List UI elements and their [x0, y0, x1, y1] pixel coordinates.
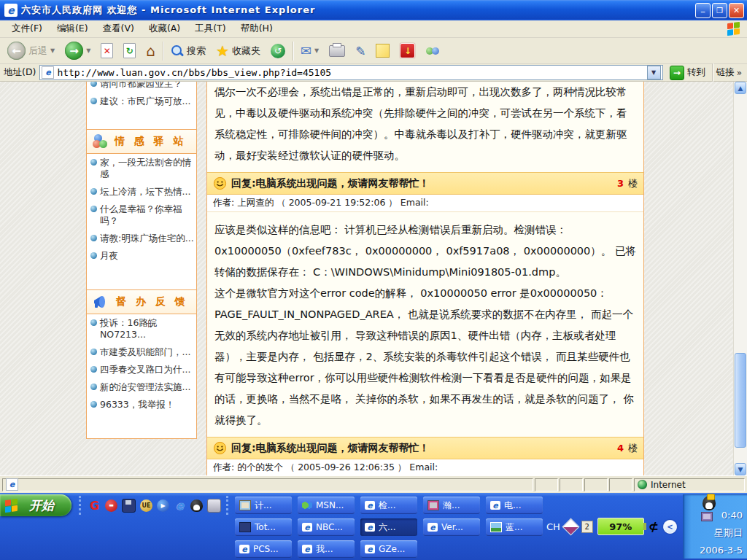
sidebar-link[interactable]: 投诉：16路皖NO7213... [87, 314, 196, 343]
ie-quicklaunch-icon[interactable] [174, 499, 186, 512]
ibm-icon[interactable] [105, 499, 117, 512]
forward-dropdown-icon[interactable]: ▼ [86, 47, 90, 54]
battery-indicator[interactable]: 97% [597, 518, 644, 535]
sidebar-link[interactable]: 什么是幸福？你幸福吗？ [87, 201, 196, 230]
messenger-button[interactable] [422, 43, 444, 59]
ime-language-indicator[interactable]: CH [546, 521, 560, 532]
tray-collapse-button[interactable] [663, 520, 677, 534]
section-title: 情 感 驿 站 [115, 135, 187, 148]
bullet-icon [90, 188, 97, 195]
floor-suffix: 楼 [628, 177, 638, 190]
menu-help[interactable]: 帮助(H) [233, 20, 280, 37]
history-button[interactable] [268, 42, 288, 60]
ime-pen-icon[interactable] [562, 518, 579, 535]
menu-edit[interactable]: 编辑(E) [50, 20, 96, 37]
start-label: 开始 [29, 497, 54, 514]
keyboard-layout-icon[interactable] [581, 521, 593, 533]
system-tray: CH 97% [546, 517, 677, 536]
favorites-button[interactable]: 收藏夹 [213, 41, 263, 61]
task-button[interactable]: Tot... [235, 518, 292, 536]
refresh-button[interactable] [120, 42, 139, 60]
task-button-label: PCS... [253, 544, 279, 554]
menu-favorites[interactable]: 收藏(A) [142, 20, 187, 37]
bullet-icon [90, 235, 97, 241]
mail-button[interactable]: ▼ [298, 42, 322, 60]
ultraedit-icon[interactable] [140, 499, 152, 512]
search-button[interactable]: 搜索 [168, 43, 209, 59]
back-dropdown-icon[interactable]: ▼ [50, 47, 55, 54]
menu-view[interactable]: 查看(V) [96, 20, 142, 37]
scrollbar-thumb[interactable] [735, 353, 746, 448]
task-button[interactable]: 瀚... [423, 497, 480, 514]
sidebar-link-label: 市建委及职能部门，... [100, 346, 190, 358]
qq-icon[interactable] [190, 499, 203, 512]
minimize-button[interactable] [695, 3, 711, 18]
go-button[interactable]: 转到 [667, 65, 708, 81]
task-button[interactable]: 检... [360, 497, 417, 514]
task-button[interactable]: PCS... [235, 540, 292, 558]
history-icon [271, 44, 285, 58]
close-button[interactable] [729, 3, 744, 18]
task-button[interactable]: MSN... [298, 497, 355, 514]
forward-button[interactable]: ▼ [62, 40, 93, 61]
back-button[interactable]: 后退 ▼ [4, 40, 58, 61]
bullet-icon [90, 366, 97, 373]
task-button[interactable]: NBC... [298, 518, 355, 536]
home-button[interactable] [143, 41, 158, 61]
task-button[interactable]: 蓝... [486, 518, 543, 536]
menu-tools[interactable]: 工具(T) [187, 20, 233, 37]
maximize-button[interactable] [712, 3, 727, 18]
address-dropdown-button[interactable] [647, 66, 661, 79]
sidebar-link[interactable]: 建议：市民广场可放... [87, 93, 196, 110]
qq-tray-icon[interactable] [703, 496, 716, 510]
bullet-icon [90, 319, 97, 326]
task-button[interactable]: 我... [298, 540, 355, 558]
section-header-feedback: 督 办 反 馈 [87, 289, 196, 314]
task-button[interactable]: Ver... [423, 518, 480, 536]
task-button[interactable]: GZe... [360, 540, 417, 558]
red-g-icon[interactable] [88, 499, 101, 512]
download-manager-button[interactable] [397, 42, 418, 60]
links-toolbar[interactable]: 链接 » [716, 66, 743, 79]
sidebar-link-label: 投诉：16路皖NO7213... [100, 317, 195, 341]
sidebar-link[interactable]: 市建委及职能部门，... [87, 343, 196, 361]
notes-button[interactable] [373, 42, 392, 59]
sidebar-link[interactable]: 四季春交叉路口为什... [87, 361, 196, 378]
ie-icon [302, 545, 312, 553]
edit-button[interactable] [352, 42, 368, 60]
links-chevron-icon[interactable]: » [737, 68, 742, 78]
reply-title: 回复:电脑系统出现问题，烦请网友帮帮忙！ [231, 177, 613, 190]
sidebar-link[interactable]: 请教:明珠广场住宅的... [87, 230, 196, 247]
task-button-label: NBC... [316, 522, 343, 532]
task-button-label: 检... [379, 499, 395, 512]
media-player-icon[interactable] [157, 499, 169, 512]
task-button[interactable]: 计... [235, 497, 292, 514]
scroll-up-button[interactable] [735, 82, 746, 94]
sidebar-link-label: 请问市都蒙园业主？ [100, 82, 182, 90]
task-button[interactable]: 电... [486, 497, 543, 514]
disk-icon [239, 522, 251, 532]
start-button[interactable]: 开始 [0, 494, 71, 516]
sidebar-link[interactable]: 家，一段无法割舍的情感 [87, 154, 196, 183]
address-input[interactable]: http://www.luan.gov.cn/bbs/bbs_view.php?… [39, 65, 662, 80]
post-paragraph: 应该是类似这样的信息吧： 计算机已经从检测错误后重新启动。检测错误： 0x100… [214, 219, 636, 283]
display-tray-icon[interactable] [701, 512, 713, 521]
menu-file[interactable]: 文件(F) [4, 20, 50, 37]
floppy-icon[interactable] [122, 499, 136, 513]
stop-button[interactable] [98, 42, 116, 60]
sidebar-link[interactable]: 月夜 [87, 247, 196, 265]
bullet-icon [90, 401, 97, 408]
foxmail-icon[interactable] [207, 499, 221, 513]
task-button-active[interactable]: 六... [360, 518, 417, 536]
sidebar-link-label: 新的治安管理法实施... [100, 381, 190, 393]
vertical-scrollbar[interactable] [733, 82, 747, 475]
sidebar-link-label: 坛上冷清，坛下热情... [100, 186, 190, 198]
sidebar-link[interactable]: 96333，我举报！ [87, 396, 196, 413]
sidebar-link[interactable]: 请问市都蒙园业主？ [87, 82, 196, 93]
sidebar-link[interactable]: 新的治安管理法实施... [87, 378, 196, 396]
scroll-down-button[interactable] [735, 463, 746, 475]
mail-dropdown-icon[interactable]: ▼ [314, 47, 319, 54]
sidebar-link[interactable]: 坛上冷清，坛下热情... [87, 183, 196, 201]
print-button[interactable] [326, 44, 348, 58]
floor-number: 4 [617, 443, 624, 454]
